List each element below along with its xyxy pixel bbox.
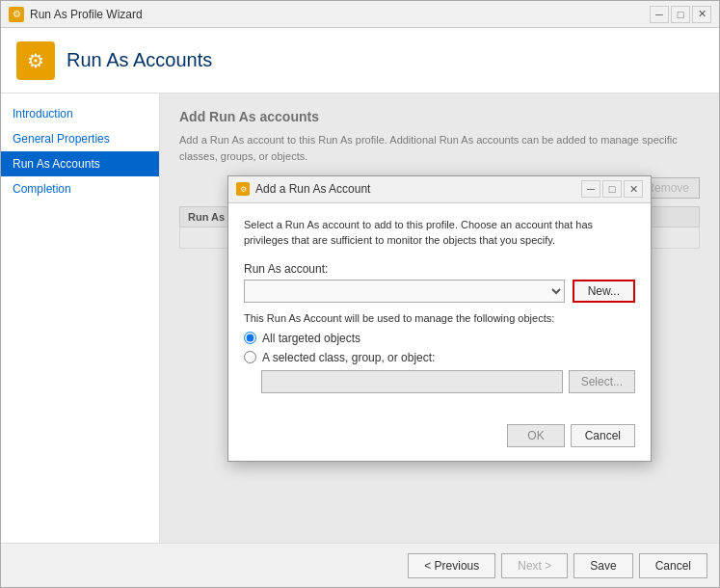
- dialog-titlebar: ⚙ Add a Run As Account ─ □ ✕: [228, 176, 651, 203]
- sidebar-item-completion[interactable]: Completion: [1, 176, 159, 201]
- objects-label: This Run As Account will be used to mana…: [244, 312, 635, 324]
- radio-all-label[interactable]: All targeted objects: [262, 332, 360, 345]
- sidebar-item-introduction[interactable]: Introduction: [1, 101, 159, 126]
- title-bar: ⚙ Run As Profile Wizard ─ □ ✕: [1, 1, 719, 28]
- title-icon: ⚙: [9, 7, 24, 22]
- run-as-account-label: Run As account:: [244, 262, 635, 276]
- dialog-maximize-button[interactable]: □: [602, 180, 622, 198]
- header: ⚙ Run As Accounts: [1, 28, 719, 94]
- objects-section: This Run As Account will be used to mana…: [244, 312, 635, 393]
- content-area: Add Run As accounts Add a Run As account…: [160, 94, 719, 543]
- close-button[interactable]: ✕: [692, 6, 711, 23]
- previous-button[interactable]: < Previous: [408, 553, 495, 578]
- save-button[interactable]: Save: [573, 553, 632, 578]
- title-bar-left: ⚙ Run As Profile Wizard: [9, 7, 143, 22]
- select-container: [244, 280, 565, 303]
- select-class-button[interactable]: Select...: [569, 370, 635, 393]
- dialog-minimize-button[interactable]: ─: [581, 180, 600, 198]
- sidebar: Introduction General Properties Run As A…: [1, 94, 160, 543]
- sidebar-item-general-properties[interactable]: General Properties: [1, 126, 159, 151]
- radio-all-input[interactable]: [244, 332, 256, 344]
- dialog-titlebar-left: ⚙ Add a Run As Account: [236, 182, 370, 196]
- dialog-controls: ─ □ ✕: [581, 180, 643, 198]
- main-area: Introduction General Properties Run As A…: [1, 94, 719, 543]
- maximize-button[interactable]: □: [671, 6, 690, 23]
- class-select-row: Select...: [261, 370, 635, 393]
- new-button[interactable]: New...: [573, 280, 635, 303]
- run-as-account-row: New...: [244, 280, 635, 303]
- next-button[interactable]: Next >: [501, 553, 568, 578]
- bottom-bar: < Previous Next > Save Cancel: [1, 543, 719, 587]
- radio-selected-input[interactable]: [244, 351, 256, 363]
- dialog-title: Add a Run As Account: [255, 182, 370, 196]
- title-text: Run As Profile Wizard: [30, 8, 143, 21]
- title-controls: ─ □ ✕: [650, 6, 711, 23]
- dialog-icon: ⚙: [236, 182, 250, 196]
- dialog-footer: OK Cancel: [228, 414, 651, 461]
- radio-all-targeted: All targeted objects: [244, 332, 635, 345]
- cancel-dialog-button[interactable]: Cancel: [571, 424, 635, 447]
- dialog-desc: Select a Run As account to add to this p…: [244, 217, 635, 249]
- class-input: [261, 370, 563, 393]
- header-icon: ⚙: [16, 41, 55, 80]
- main-window: ⚙ Run As Profile Wizard ─ □ ✕ ⚙ Run As A…: [0, 0, 720, 588]
- dialog-overlay: ⚙ Add a Run As Account ─ □ ✕ Select a Ru…: [160, 94, 719, 543]
- dialog-close-button[interactable]: ✕: [624, 180, 643, 198]
- radio-selected-label[interactable]: A selected class, group, or object:: [262, 351, 435, 364]
- radio-selected: A selected class, group, or object:: [244, 351, 635, 364]
- minimize-button[interactable]: ─: [650, 6, 669, 23]
- header-title: Run As Accounts: [67, 49, 212, 71]
- sidebar-item-run-as-accounts[interactable]: Run As Accounts: [1, 151, 159, 176]
- run-as-account-select[interactable]: [244, 280, 565, 303]
- cancel-button[interactable]: Cancel: [639, 553, 707, 578]
- add-run-as-account-dialog: ⚙ Add a Run As Account ─ □ ✕ Select a Ru…: [227, 175, 652, 462]
- ok-button[interactable]: OK: [507, 424, 564, 447]
- dialog-body: Select a Run As account to add to this p…: [228, 203, 651, 414]
